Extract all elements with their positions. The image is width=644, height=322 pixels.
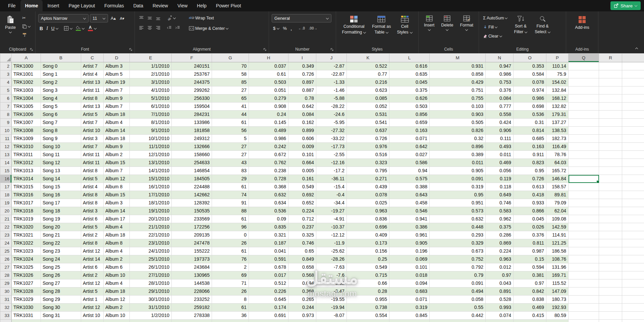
cell-B27[interactable]: Song 25 xyxy=(41,263,81,271)
cell-N12[interactable]: 0.493 xyxy=(486,143,514,151)
cell-B8[interactable]: Song 6 xyxy=(41,111,81,119)
column-header-R[interactable]: R xyxy=(599,54,622,62)
tab-review[interactable]: Review xyxy=(148,0,173,11)
cell-A33[interactable]: TRK1031 xyxy=(12,312,41,320)
cell-N18[interactable]: 0.649 xyxy=(486,191,514,199)
cell-D18[interactable]: Album 15 xyxy=(104,191,130,199)
cell-F33[interactable]: 278338 xyxy=(172,312,212,320)
cell-I18[interactable]: 0.692 xyxy=(288,191,316,199)
cell-O4[interactable]: 0.078 xyxy=(514,78,546,86)
number-dialog-launcher[interactable] xyxy=(330,48,334,52)
align-left-button[interactable] xyxy=(138,24,145,31)
row-header-22[interactable]: 22 xyxy=(0,223,12,231)
cell-styles-button[interactable]: Cell Styles xyxy=(394,14,415,36)
cell-E23[interactable]: 22/1/2010 xyxy=(130,231,172,239)
cell-E33[interactable]: 1/2/2010 xyxy=(130,312,172,320)
cell-B21[interactable]: Song 19 xyxy=(41,215,81,223)
cell-O23[interactable]: 0.376 xyxy=(514,231,546,239)
row-header-34[interactable]: 34 xyxy=(0,320,12,322)
cell-P17[interactable]: 158.57 xyxy=(546,183,569,191)
cell-F10[interactable]: 181858 xyxy=(172,127,212,135)
cell-C29[interactable]: Artist 12 xyxy=(81,279,104,287)
cell-C31[interactable]: Artist 1 xyxy=(81,296,104,304)
cell-R7[interactable] xyxy=(599,103,622,111)
cell-B2[interactable]: Song 0 xyxy=(41,62,81,70)
cell-G8[interactable]: 44 xyxy=(212,111,249,119)
cell-J22[interactable]: -10.37 xyxy=(316,223,347,231)
column-header-Q[interactable]: Q xyxy=(569,54,599,62)
cell-G6[interactable]: 65 xyxy=(212,94,249,103)
cell-L18[interactable]: 0.643 xyxy=(389,191,430,199)
cell-A17[interactable]: TRK1015 xyxy=(12,183,41,191)
cell-B14[interactable]: Song 12 xyxy=(41,159,81,167)
cell-L34[interactable] xyxy=(389,320,430,322)
cell-E4[interactable]: 3/1/2010 xyxy=(130,78,172,86)
cell-D14[interactable]: Album 15 xyxy=(104,159,130,167)
tab-formulas[interactable]: Formulas xyxy=(100,0,128,11)
cell-A3[interactable]: TRK1001 xyxy=(12,70,41,78)
cell-P19[interactable]: 79.09 xyxy=(546,199,569,207)
cell-K9[interactable]: 0.541 xyxy=(347,119,389,127)
cell-L29[interactable]: 0.094 xyxy=(389,279,430,287)
cell-A30[interactable]: TRK1028 xyxy=(12,287,41,296)
cell-L15[interactable]: 0.94 xyxy=(389,167,430,175)
cell-J31[interactable]: -19.55 xyxy=(316,296,347,304)
cell-R34[interactable] xyxy=(599,320,622,322)
row-header-19[interactable]: 19 xyxy=(0,199,12,207)
column-header-B[interactable]: B xyxy=(41,54,81,62)
cell-P28[interactable]: 169.71 xyxy=(546,271,569,279)
decrease-indent-button[interactable] xyxy=(165,24,173,31)
cell-K16[interactable]: 0.271 xyxy=(347,175,389,183)
cell-G3[interactable]: 58 xyxy=(212,70,249,78)
cell-L33[interactable]: 0.845 xyxy=(389,312,430,320)
row-header-12[interactable]: 12 xyxy=(0,143,12,151)
cell-N32[interactable]: 0.993 xyxy=(486,304,514,312)
cell-E13[interactable]: 12/1/2010 xyxy=(130,151,172,159)
cell-N4[interactable]: 0.753 xyxy=(486,78,514,86)
cell-C17[interactable]: Artist 4 xyxy=(81,183,104,191)
cell-I31[interactable]: 0.265 xyxy=(288,296,316,304)
cell-M7[interactable]: 0.103 xyxy=(430,103,486,111)
cell-H15[interactable]: 0.238 xyxy=(249,167,288,175)
cell-L12[interactable]: 0.642 xyxy=(389,143,430,151)
cell-L3[interactable]: 0.635 xyxy=(389,70,430,78)
cell-L21[interactable]: 0.941 xyxy=(389,215,430,223)
cell-F5[interactable]: 299262 xyxy=(172,86,212,94)
cell-R19[interactable] xyxy=(599,199,622,207)
cell-E26[interactable]: 25/1/2010 xyxy=(130,255,172,263)
cell-H22[interactable]: 0.835 xyxy=(249,223,288,231)
cell-J11[interactable]: -33.22 xyxy=(316,135,347,143)
cell-K19[interactable]: 0.025 xyxy=(347,199,389,207)
row-header-16[interactable]: 16 xyxy=(0,175,12,183)
cell-D2[interactable]: Album 3 xyxy=(104,62,130,70)
cell-R6[interactable] xyxy=(599,94,622,103)
cell-L2[interactable]: 0.616 xyxy=(389,62,430,70)
cell-Q25[interactable] xyxy=(569,247,599,255)
cell-B24[interactable]: Song 22 xyxy=(41,239,81,247)
cell-C6[interactable]: Artist 8 xyxy=(81,94,104,103)
cell-J20[interactable]: -19.27 xyxy=(316,207,347,215)
align-middle-button[interactable] xyxy=(146,14,154,22)
cell-N8[interactable]: 0.558 xyxy=(486,111,514,119)
cell-O28[interactable]: 0.381 xyxy=(514,271,546,279)
cell-I9[interactable]: 0.162 xyxy=(288,119,316,127)
cell-Q34[interactable] xyxy=(569,320,599,322)
column-header-O[interactable]: O xyxy=(514,54,546,62)
cell-Q11[interactable] xyxy=(569,135,599,143)
column-header-C[interactable]: C xyxy=(81,54,104,62)
cell-P15[interactable]: 165.72 xyxy=(546,167,569,175)
cell-H20[interactable]: 0.536 xyxy=(249,207,288,215)
cell-N19[interactable]: 0.746 xyxy=(486,199,514,207)
cut-button[interactable]: ✂ xyxy=(21,14,32,22)
cell-D12[interactable]: Album 9 xyxy=(104,143,130,151)
cell-G31[interactable]: 8 xyxy=(212,296,249,304)
column-header-D[interactable]: D xyxy=(104,54,130,62)
cell-L7[interactable]: 0.503 xyxy=(389,103,430,111)
cell-E8[interactable]: 7/1/2010 xyxy=(130,111,172,119)
font-name-select[interactable]: Aptos Narrow xyxy=(38,14,89,22)
autosum-button[interactable]: ΣAutoSum xyxy=(482,14,509,22)
cell-P32[interactable]: 192.93 xyxy=(546,304,569,312)
cell-E12[interactable]: 11/1/2010 xyxy=(130,143,172,151)
cell-B31[interactable]: Song 29 xyxy=(41,296,81,304)
cell-B10[interactable]: Song 8 xyxy=(41,127,81,135)
